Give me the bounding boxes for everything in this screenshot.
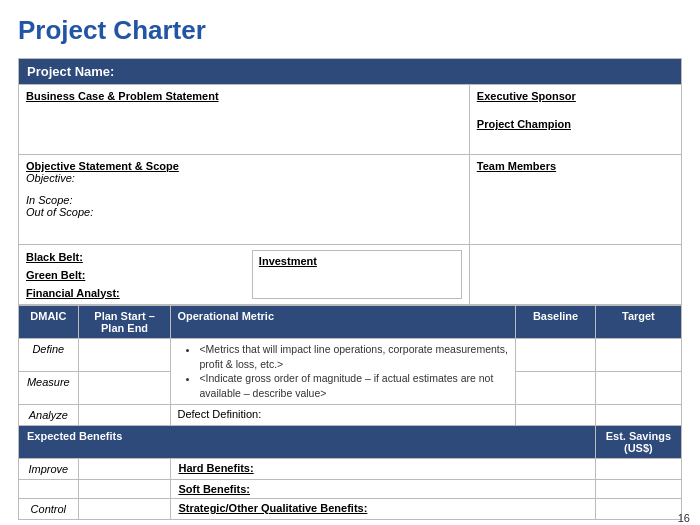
improve-plan-cell	[78, 458, 171, 479]
sponsor-cell: Executive Sponsor Project Champion	[469, 85, 681, 155]
dmaic-header-row: DMAIC Plan Start – Plan End Operational …	[19, 306, 682, 339]
roles-investment-inner: Black Belt: Green Belt: Financial Analys…	[26, 251, 461, 299]
out-scope-text: Out of Scope:	[26, 206, 462, 218]
improve-cell: Improve	[19, 458, 79, 479]
business-case-cell: Business Case & Problem Statement	[19, 85, 470, 155]
dmaic-col-header: DMAIC	[19, 306, 79, 339]
bullet-2: <Indicate gross order of magnitude – if …	[199, 371, 509, 400]
measure-cell: Measure	[19, 371, 79, 404]
project-name-label: Project Name:	[27, 64, 114, 79]
objective-text: Objective:	[26, 172, 462, 184]
control-savings-cell	[595, 498, 681, 519]
soft-benefits-cell: Soft Benefits:	[171, 479, 595, 498]
bullet-1: <Metrics that will impact line operation…	[199, 342, 509, 371]
business-case-row: Business Case & Problem Statement Execut…	[19, 85, 682, 155]
define-row: Define <Metrics that will impact line op…	[19, 339, 682, 372]
empty-phase-cell-1	[19, 479, 79, 498]
soft-benefits-row: Soft Benefits:	[19, 479, 682, 498]
project-name-cell: Project Name:	[19, 59, 682, 85]
measure-plan-cell	[78, 371, 171, 404]
roles-investment-table: Black Belt: Green Belt: Financial Analys…	[26, 250, 462, 299]
team-members-cell: Team Members	[469, 155, 681, 245]
analyze-row: Analyze Defect Definition:	[19, 404, 682, 425]
bullets-cell: <Metrics that will impact line operation…	[171, 339, 516, 405]
analyze-target-cell	[595, 404, 681, 425]
define-baseline-cell	[516, 339, 596, 372]
improve-savings-cell	[595, 458, 681, 479]
defect-def-cell: Defect Definition:	[171, 404, 516, 425]
page-title: Project Charter	[18, 15, 682, 46]
measure-baseline-cell	[516, 371, 596, 404]
est-savings-header: Est. Savings (US$)	[595, 425, 681, 458]
page-number: 16	[678, 512, 690, 524]
team-members-label: Team Members	[477, 160, 674, 172]
project-champion-label: Project Champion	[477, 118, 674, 130]
measure-target-cell	[595, 371, 681, 404]
expected-benefits-header: Expected Benefits	[19, 425, 596, 458]
objective-label: Objective Statement & Scope	[26, 160, 462, 172]
control-cell: Control	[19, 498, 79, 519]
analyze-plan-cell	[78, 404, 171, 425]
green-belt-label: Green Belt:	[26, 269, 252, 281]
soft-savings-cell	[595, 479, 681, 498]
project-name-row: Project Name:	[19, 59, 682, 85]
empty-plan-cell-1	[78, 479, 171, 498]
objective-row: Objective Statement & Scope Objective: I…	[19, 155, 682, 245]
investment-cell: Investment	[252, 251, 461, 299]
team-members-empty-cell	[469, 245, 681, 305]
black-belt-label: Black Belt:	[26, 251, 252, 263]
op-metric-col-header: Operational Metric	[171, 306, 516, 339]
roles-cell: Black Belt: Green Belt: Financial Analys…	[19, 245, 470, 305]
baseline-col-header: Baseline	[516, 306, 596, 339]
improve-row: Improve Hard Benefits:	[19, 458, 682, 479]
expected-benefits-header-row: Expected Benefits Est. Savings (US$)	[19, 425, 682, 458]
dmaic-table: DMAIC Plan Start – Plan End Operational …	[18, 305, 682, 520]
hard-benefits-cell: Hard Benefits:	[171, 458, 595, 479]
in-scope-text: In Scope:	[26, 194, 462, 206]
analyze-cell: Analyze	[19, 404, 79, 425]
defect-def-label: Defect Definition:	[177, 408, 261, 420]
main-table: Project Name: Business Case & Problem St…	[18, 58, 682, 305]
objective-cell: Objective Statement & Scope Objective: I…	[19, 155, 470, 245]
investment-label: Investment	[259, 255, 455, 267]
analyze-baseline-cell	[516, 404, 596, 425]
strategic-benefits-cell: Strategic/Other Qualitative Benefits:	[171, 498, 595, 519]
roles-left-cell: Black Belt: Green Belt: Financial Analys…	[26, 251, 252, 299]
control-row: Control Strategic/Other Qualitative Bene…	[19, 498, 682, 519]
define-plan-cell	[78, 339, 171, 372]
business-case-label: Business Case & Problem Statement	[26, 90, 462, 102]
define-target-cell	[595, 339, 681, 372]
target-col-header: Target	[595, 306, 681, 339]
financial-analyst-label: Financial Analyst:	[26, 287, 252, 299]
control-plan-cell	[78, 498, 171, 519]
hard-benefits-label: Hard Benefits:	[178, 462, 253, 474]
plan-col-header: Plan Start – Plan End	[78, 306, 171, 339]
define-cell: Define	[19, 339, 79, 372]
strategic-benefits-label: Strategic/Other Qualitative Benefits:	[178, 502, 367, 514]
roles-row: Black Belt: Green Belt: Financial Analys…	[19, 245, 682, 305]
soft-benefits-label: Soft Benefits:	[178, 483, 250, 495]
executive-sponsor-label: Executive Sponsor	[477, 90, 674, 102]
